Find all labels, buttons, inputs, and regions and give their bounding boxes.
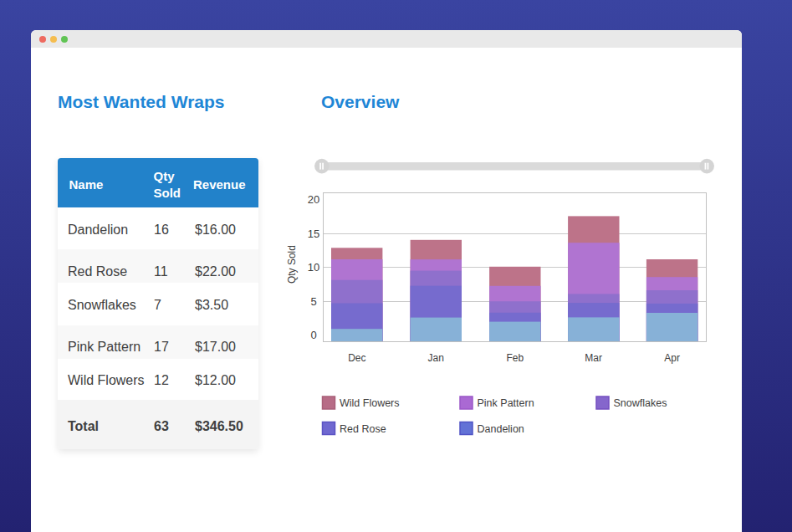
- svg-text:Feb: Feb: [506, 352, 524, 364]
- svg-text:Red Rose: Red Rose: [340, 423, 386, 435]
- svg-text:15: 15: [308, 228, 319, 240]
- svg-text:Qty Sold: Qty Sold: [286, 245, 298, 284]
- svg-text:Dandelion: Dandelion: [478, 423, 524, 435]
- svg-text:20: 20: [308, 193, 319, 206]
- svg-text:Pink Pattern: Pink Pattern: [478, 397, 534, 409]
- svg-text:10: 10: [308, 261, 319, 274]
- svg-text:Mar: Mar: [585, 352, 602, 364]
- svg-text:Jan: Jan: [428, 352, 444, 364]
- svg-text:Wild Flowers: Wild Flowers: [340, 397, 400, 409]
- svg-text:Dec: Dec: [348, 352, 365, 364]
- svg-text:Apr: Apr: [664, 352, 680, 364]
- svg-text:Snowflakes: Snowflakes: [614, 397, 667, 409]
- svg-text:0: 0: [310, 329, 316, 341]
- svg-text:5: 5: [310, 295, 316, 308]
